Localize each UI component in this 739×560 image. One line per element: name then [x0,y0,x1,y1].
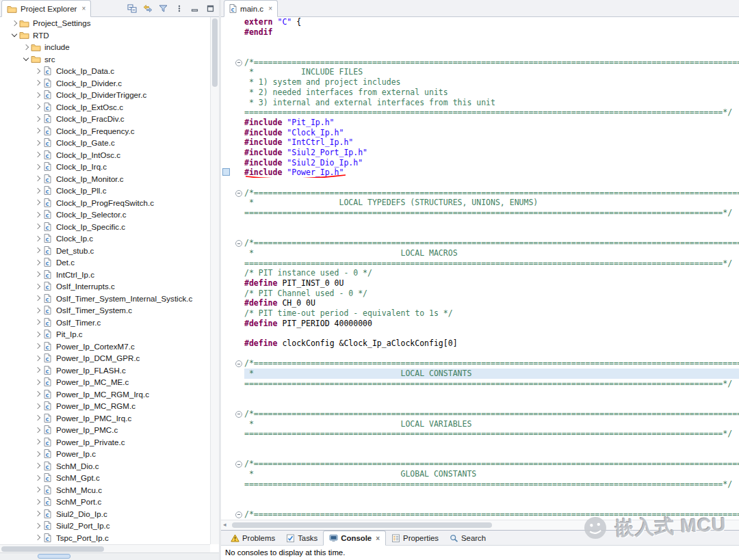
tab-search[interactable]: Search [444,531,491,545]
expand-arrow-icon[interactable] [33,511,42,516]
code-line[interactable]: /* PIT time-out period - equivalent to 1… [221,308,739,319]
expand-arrow-icon[interactable] [33,464,42,468]
tree-item[interactable]: c Clock_Ip_Divider.c [0,77,210,90]
collapse-arrow-icon[interactable] [10,34,18,36]
collapse-arrow-icon[interactable] [21,57,30,60]
tree-item[interactable]: c Clock_Ip_Data.c [0,65,210,77]
expand-arrow-icon[interactable] [33,392,42,396]
code-line[interactable] [221,218,739,228]
tab-main-c[interactable]: c main.c × [224,0,278,17]
code-line[interactable]: ========================================… [221,258,739,269]
expand-arrow-icon[interactable] [33,488,42,492]
expand-arrow-icon[interactable] [33,165,42,169]
tree-item[interactable]: c Clock_Ip_Pll.c [0,185,210,197]
expand-arrow-icon[interactable] [33,440,42,444]
expand-arrow-icon[interactable] [33,261,42,265]
minimize-icon[interactable] [190,3,200,14]
tree-item[interactable]: c OsIf_Timer_System_Internal_Systick.c [0,293,210,305]
expand-arrow-icon[interactable] [33,224,42,228]
code-line[interactable]: * GLOBAL CONSTANTS [221,469,739,479]
expand-arrow-icon[interactable] [33,500,42,504]
code-line[interactable]: #include "Clock_Ip.h" [221,128,739,138]
code-line[interactable]: #define CH_0 0U [221,298,739,308]
tree-item[interactable]: c Tspc_Port_Ip.c [0,532,210,544]
tree-item[interactable]: c Power_Ip_MC_RGM_Irq.c [0,388,210,401]
code-line[interactable]: * 2) needed interfaces from external uni… [221,88,739,98]
tree-item[interactable]: c Clock_Ip_Specific.c [0,221,210,233]
code-line[interactable]: * 3) internal and external interfaces fr… [221,98,739,108]
include-marker[interactable] [222,168,230,176]
tree-item[interactable]: c SchM_Mcu.c [0,484,210,496]
code-line[interactable]: /*======================================… [221,358,739,369]
tree-vertical-scrollbar[interactable] [210,17,219,544]
tree-item[interactable]: c OsIf_Timer.c [0,317,210,329]
expand-arrow-icon[interactable] [33,284,42,289]
code-line[interactable]: /*======================================… [221,509,739,520]
tree-item[interactable]: c Clock_Ip_ExtOsc.c [0,101,210,114]
filter-icon[interactable] [158,3,168,14]
code-line[interactable]: ========================================… [221,479,739,490]
tree-item[interactable]: c Clock_Ip.c [0,232,210,245]
tab-console[interactable]: Console × [323,531,386,546]
expand-arrow-icon[interactable] [33,308,42,312]
link-with-editor-icon[interactable] [142,3,153,14]
code-line[interactable]: /*======================================… [221,459,739,469]
code-line[interactable] [221,499,739,509]
expand-arrow-icon[interactable] [33,416,42,420]
code-line[interactable]: * INCLUDE FILES [221,67,739,77]
expand-arrow-icon[interactable] [33,296,42,300]
tree-item[interactable]: c OsIf_Timer_System.c [0,304,210,317]
code-line[interactable] [221,349,739,359]
fold-collapse-icon[interactable] [235,411,242,418]
code-line[interactable] [221,47,739,57]
close-icon[interactable]: × [80,5,86,12]
code-line[interactable]: #include "Pit_Ip.h" [221,118,739,128]
maximize-icon[interactable] [205,3,216,14]
code-line[interactable]: * LOCAL VARIABLES [221,419,739,429]
tree-item[interactable]: c Clock_Ip_IntOsc.c [0,149,210,161]
code-line[interactable]: #include "Siul2_Port_Ip.h" [221,148,739,158]
tree-item[interactable]: src [0,53,210,66]
code-line[interactable] [221,228,739,238]
code-line[interactable]: /*======================================… [221,409,739,419]
tab-project-explorer[interactable]: Project Explorer × [1,0,91,17]
expand-arrow-icon[interactable] [33,320,42,324]
tree-item[interactable]: c Power_Ip_PMC.c [0,424,210,436]
expand-arrow-icon[interactable] [33,368,42,372]
code-line[interactable] [221,388,739,399]
tab-problems[interactable]: Problems [225,531,281,545]
expand-arrow-icon[interactable] [33,213,42,217]
scrollbar-thumb[interactable] [1,546,104,552]
tree-item[interactable]: c Siul2_Port_Ip.c [0,520,210,532]
code-line[interactable] [221,178,739,188]
close-icon[interactable]: × [374,535,380,542]
tree-item[interactable]: c Power_Ip_CortexM7.c [0,341,210,353]
tree-item[interactable]: c Clock_Ip_ProgFreqSwitch.c [0,197,210,209]
collapse-all-icon[interactable] [127,3,137,14]
scrollbar-thumb[interactable] [212,18,218,87]
code-line[interactable]: #define PIT_INST_0 0U [221,278,739,289]
tree-item[interactable]: c Pit_Ip.c [0,328,210,341]
expand-arrow-icon[interactable] [33,332,42,336]
tree-item[interactable]: c Clock_Ip_Gate.c [0,137,210,149]
scroll-left-arrow-icon[interactable]: ◂ [223,521,226,528]
code-line[interactable] [221,37,739,47]
tab-properties[interactable]: Properties [386,531,444,545]
expand-arrow-icon[interactable] [33,428,42,432]
code-line[interactable]: /* PIT Channel used - 0 */ [221,289,739,299]
tree-item[interactable]: c Power_Ip_DCM_GPR.c [0,352,210,364]
expand-arrow-icon[interactable] [33,356,42,360]
code-line[interactable]: /*======================================… [221,238,739,248]
code-line[interactable] [221,439,739,449]
code-line[interactable] [221,449,739,459]
code-line[interactable]: extern "C" { [221,17,739,27]
tree-item[interactable]: c Clock_Ip_Irq.c [0,161,210,173]
code-line[interactable]: * 1) system and project includes [221,77,739,88]
expand-arrow-icon[interactable] [33,69,42,73]
code-line[interactable]: ========================================… [221,208,739,218]
code-line[interactable]: #define PIT_PERIOD 40000000 [221,319,739,329]
tree-item[interactable]: c Power_Ip_MC_RGM.c [0,400,210,412]
tree-item[interactable]: c Power_Ip.c [0,448,210,460]
fold-collapse-icon[interactable] [235,59,242,66]
tree-item[interactable]: include [0,41,210,53]
